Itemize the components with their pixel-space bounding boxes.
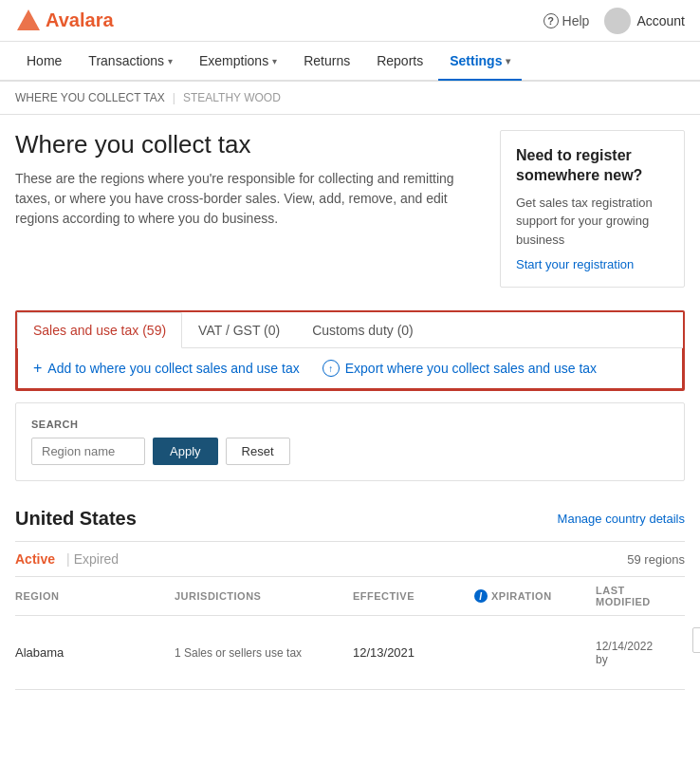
th-region-label: REGION	[15, 590, 59, 602]
logo-wordmark: Avalara	[46, 9, 114, 31]
start-registration-link[interactable]: Start your registration	[516, 257, 634, 271]
td-last-modified-text: 12/14/2022 by	[596, 640, 653, 666]
search-row: Apply Reset	[31, 438, 669, 465]
nav-home[interactable]: Home	[15, 43, 73, 81]
td-effective: 12/13/2021	[353, 645, 467, 660]
sidebar-text: Get sales tax registration support for y…	[516, 194, 669, 250]
breadcrumb-separator: |	[173, 91, 175, 104]
tabs-container: Sales and use tax (59) VAT / GST (0) Cus…	[17, 312, 683, 348]
th-jurisdictions-label: JURISDICTIONS	[175, 590, 261, 602]
breadcrumb: WHERE YOU COLLECT TAX | STEALTHY WOOD	[0, 82, 700, 115]
help-circle-icon: ?	[543, 13, 559, 28]
nav-exemptions[interactable]: Exemptions ▾	[188, 43, 288, 81]
upload-icon: ↑	[322, 360, 340, 377]
nav-settings-label: Settings	[450, 53, 502, 68]
th-effective-label: EFFECTIVE	[353, 590, 414, 602]
account-button[interactable]: Account	[604, 8, 685, 34]
table-row: Alabama 1 Sales or sellers use tax 12/13…	[15, 616, 685, 690]
top-right-actions: ? Help Account	[543, 8, 685, 34]
breadcrumb-first: WHERE YOU COLLECT TAX	[15, 91, 165, 104]
reset-button[interactable]: Reset	[226, 438, 290, 465]
search-label: SEARCH	[31, 419, 669, 430]
main-navigation: Home Transactions ▾ Exemptions ▾ Returns…	[0, 42, 700, 82]
add-collection-link[interactable]: + Add to where you collect sales and use…	[33, 360, 300, 377]
td-last-modified: 12/14/2022 by	[596, 640, 653, 666]
chevron-down-icon: ▾	[168, 56, 173, 66]
status-tabs: Active | Expired 59 regions	[15, 542, 685, 577]
tab-customs-duty-label: Customs duty (0)	[312, 323, 414, 338]
status-tab-active[interactable]: Active	[15, 551, 63, 567]
th-region: REGION	[15, 585, 167, 607]
table-header: REGION JURISDICTIONS EFFECTIVE i XPIRATI…	[15, 577, 685, 616]
page-header: Where you collect tax These are the regi…	[15, 130, 685, 288]
export-link-label: Export where you collect sales and use t…	[345, 361, 597, 376]
registration-sidebar: Need to register somewhere new? Get sale…	[500, 130, 685, 288]
tab-vat-gst[interactable]: VAT / GST (0)	[182, 312, 296, 348]
tabs-action-wrapper: Sales and use tax (59) VAT / GST (0) Cus…	[15, 310, 685, 391]
td-region: Alabama	[15, 645, 167, 660]
search-input[interactable]	[31, 438, 145, 465]
status-tab-expired[interactable]: Expired	[74, 551, 126, 567]
tab-sales-use-tax[interactable]: Sales and use tax (59)	[17, 312, 182, 348]
sidebar-title: Need to register somewhere new?	[516, 146, 669, 186]
tab-sales-use-tax-label: Sales and use tax (59)	[33, 323, 166, 338]
th-expiration: i XPIRATION	[474, 585, 588, 607]
th-effective: EFFECTIVE	[353, 585, 467, 607]
nav-reports[interactable]: Reports	[365, 43, 434, 81]
chevron-down-icon: ▾	[506, 56, 510, 66]
td-actions: Details 🗑	[660, 627, 700, 678]
status-separator: |	[66, 551, 70, 567]
export-link[interactable]: ↑ Export where you collect sales and use…	[322, 360, 597, 377]
apply-button[interactable]: Apply	[153, 438, 218, 465]
info-icon[interactable]: i	[474, 589, 488, 603]
page-header-left: Where you collect tax These are the regi…	[15, 130, 481, 288]
th-last-modified-label: LAST MODIFIED	[596, 585, 651, 607]
add-link-label: Add to where you collect sales and use t…	[47, 361, 299, 376]
breadcrumb-current: STEALTHY WOOD	[183, 91, 281, 104]
td-jurisdictions: 1 Sales or sellers use tax	[175, 646, 345, 660]
help-button[interactable]: ? Help	[543, 13, 590, 28]
page-title: Where you collect tax	[15, 130, 481, 159]
details-button[interactable]: Details	[692, 627, 700, 653]
search-section: SEARCH Apply Reset	[15, 402, 685, 481]
svg-marker-0	[17, 9, 40, 30]
account-label: Account	[636, 13, 685, 28]
action-bar: + Add to where you collect sales and use…	[17, 348, 683, 389]
top-navigation: Avalara ? Help Account	[0, 0, 700, 42]
manage-country-link[interactable]: Manage country details	[558, 512, 685, 526]
plus-icon: +	[33, 360, 42, 377]
logo-icon	[15, 8, 42, 34]
nav-returns[interactable]: Returns	[292, 43, 361, 81]
main-content: Where you collect tax These are the regi…	[0, 115, 700, 705]
tab-customs-duty[interactable]: Customs duty (0)	[296, 312, 430, 348]
tabs-row: Sales and use tax (59) VAT / GST (0) Cus…	[17, 312, 683, 347]
tab-vat-gst-label: VAT / GST (0)	[198, 323, 280, 338]
chevron-down-icon: ▾	[272, 56, 277, 66]
td-jurisdictions-text: 1 Sales or sellers use tax	[175, 646, 302, 660]
nav-transactions-label: Transactions	[88, 53, 164, 68]
th-jurisdictions: JURISDICTIONS	[175, 585, 345, 607]
th-actions	[658, 585, 700, 607]
logo[interactable]: Avalara	[15, 8, 114, 34]
th-expiration-label: XPIRATION	[491, 590, 552, 602]
nav-transactions[interactable]: Transactions ▾	[77, 43, 184, 81]
nav-settings[interactable]: Settings ▾	[438, 43, 522, 81]
page-description: These are the regions where you're respo…	[15, 169, 481, 229]
region-count: 59 regions	[627, 552, 685, 567]
country-header: United States Manage country details	[15, 496, 685, 542]
country-name: United States	[15, 508, 137, 530]
logo-text: Avalara	[15, 8, 114, 34]
help-label: Help	[562, 13, 590, 28]
nav-exemptions-label: Exemptions	[199, 53, 268, 68]
th-last-modified: LAST MODIFIED	[596, 585, 651, 607]
avatar	[604, 8, 631, 34]
